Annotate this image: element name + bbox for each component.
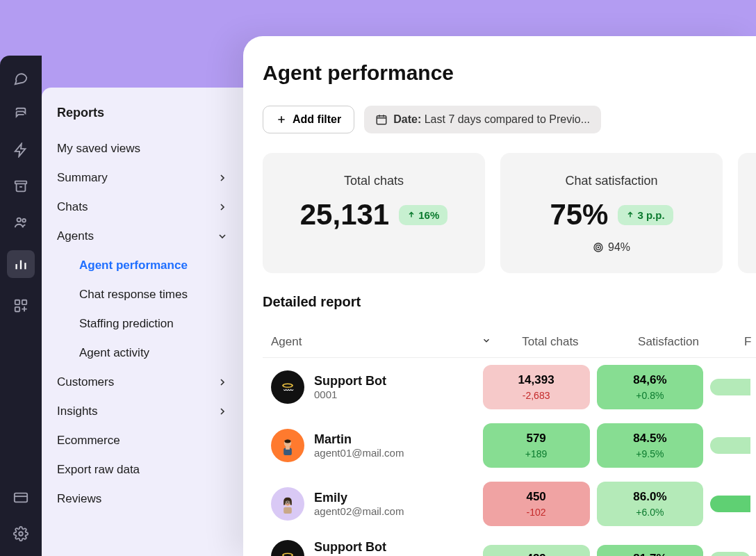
agent-name: Support Bot	[314, 540, 386, 555]
agent-name: Emily	[314, 491, 404, 505]
page-title: Agent performance	[263, 61, 756, 85]
agent-name: Martin	[314, 432, 404, 447]
svg-rect-0	[15, 181, 27, 184]
svg-rect-17	[286, 446, 290, 450]
apps-icon[interactable]	[13, 297, 29, 314]
date-filter-chip[interactable]: Date: Last 7 days compared to Previo...	[364, 106, 601, 133]
target-row: 94%	[514, 241, 709, 254]
sort-indicator[interactable]	[475, 335, 491, 349]
target-icon	[593, 242, 604, 253]
svg-point-13	[284, 384, 292, 387]
card-icon[interactable]	[13, 489, 29, 506]
metric-peek	[710, 437, 750, 454]
sidebar-item-saved-views[interactable]: My saved views	[42, 134, 243, 163]
chevron-down-icon	[482, 336, 491, 345]
svg-rect-3	[15, 300, 19, 304]
agent-cell: Support Bot	[263, 540, 483, 556]
chevron-right-icon	[217, 172, 228, 183]
sidebar-item-summary[interactable]: Summary	[42, 163, 243, 193]
users-icon[interactable]	[13, 214, 29, 231]
col-satisfaction[interactable]: Satisfaction	[609, 335, 728, 349]
delta-pill: 3 p.p.	[618, 205, 673, 225]
bolt-icon[interactable]	[13, 142, 29, 158]
col-agent[interactable]: Agent	[263, 335, 475, 349]
table-row[interactable]: Martinagent01@mail.com579+18984.5%+9.5%	[263, 416, 756, 475]
metric-satisfaction: 86.0%+6.0%	[597, 482, 704, 526]
table-header: Agent Total chats Satisfaction F	[263, 327, 756, 358]
sidebar-title: Reports	[42, 106, 243, 134]
sidebar-item-reviews[interactable]: Reviews	[42, 484, 243, 514]
agent-sub: agent02@mail.com	[314, 505, 404, 517]
svg-rect-8	[377, 116, 386, 124]
metric-peek	[710, 552, 750, 556]
plus-icon	[276, 114, 287, 125]
chevron-down-icon	[217, 231, 228, 242]
chevron-right-icon	[217, 202, 228, 213]
sidebar-item-ecommerce[interactable]: Ecommerce	[42, 426, 243, 455]
main-content: Agent performance Add filter Date: Last …	[243, 36, 756, 556]
sidebar-item-agents[interactable]: Agents	[42, 222, 243, 251]
agent-cell: Emilyagent02@mail.com	[263, 487, 483, 521]
calendar-icon	[375, 113, 388, 126]
archive-icon[interactable]	[13, 178, 29, 195]
sidebar-item-agent-performance[interactable]: Agent performance	[42, 251, 243, 280]
agent-cell: Martinagent01@mail.com	[263, 429, 483, 462]
detailed-report-title: Detailed report	[263, 294, 756, 310]
arrow-up-icon	[626, 211, 634, 219]
stat-value: 75%	[550, 198, 608, 231]
svg-point-11	[598, 247, 598, 247]
add-filter-button[interactable]: Add filter	[263, 106, 354, 133]
agent-sub: 0001	[314, 389, 386, 400]
metric-total-chats: 450-102	[483, 482, 590, 526]
table-row[interactable]: Support Bot42981.7%	[263, 533, 756, 556]
metric-total-chats: 579+189	[483, 423, 590, 468]
chevron-right-icon	[217, 377, 228, 388]
svg-rect-5	[15, 307, 19, 311]
table-row[interactable]: Support Bot000114,393-2,68384,6%+0.8%	[263, 358, 756, 416]
agent-name: Support Bot	[314, 374, 386, 389]
reports-sidebar: Reports My saved views Summary Chats Age…	[42, 88, 243, 556]
sidebar-item-insights[interactable]: Insights	[42, 397, 243, 426]
metric-total-chats: 14,393-2,683	[483, 365, 590, 409]
charts-icon[interactable]	[7, 250, 35, 278]
metric-total-chats: 429	[483, 545, 590, 556]
stat-satisfaction: Chat satisfaction 75% 3 p.p. 94%	[500, 153, 723, 273]
gear-icon[interactable]	[13, 525, 29, 542]
metric-satisfaction: 84,6%+0.8%	[597, 365, 704, 409]
avatar	[271, 429, 304, 462]
chevron-right-icon	[217, 406, 228, 417]
stat-value: 25,131	[300, 198, 389, 231]
col-peek: F	[728, 335, 756, 349]
avatar	[271, 540, 304, 556]
delta-pill: 16%	[399, 205, 447, 225]
metric-satisfaction: 81.7%	[597, 545, 704, 556]
chat-icon[interactable]	[13, 70, 29, 86]
sidebar-item-customers[interactable]: Customers	[42, 368, 243, 397]
nav-rail	[0, 56, 42, 556]
avatar	[271, 487, 304, 521]
svg-rect-4	[22, 300, 26, 304]
svg-rect-6	[15, 493, 27, 502]
table-row[interactable]: Emilyagent02@mail.com450-10286.0%+6.0%	[263, 475, 756, 533]
metric-peek	[710, 379, 750, 395]
conversation-icon[interactable]	[13, 106, 29, 122]
svg-point-2	[22, 219, 26, 222]
arrow-up-icon	[407, 211, 416, 219]
sidebar-item-agent-activity[interactable]: Agent activity	[42, 338, 243, 368]
stat-card-peek	[738, 153, 756, 273]
agent-sub: agent01@mail.com	[314, 447, 404, 459]
agent-cell: Support Bot0001	[263, 370, 483, 404]
metric-peek	[710, 496, 750, 512]
avatar	[271, 370, 304, 404]
sidebar-item-chats[interactable]: Chats	[42, 193, 243, 222]
col-total-chats[interactable]: Total chats	[491, 335, 609, 349]
sidebar-item-export[interactable]: Export raw data	[42, 455, 243, 484]
svg-rect-23	[284, 507, 292, 514]
svg-point-7	[19, 532, 23, 536]
svg-point-1	[17, 218, 22, 222]
stat-total-chats: Total chats 25,131 16%	[263, 153, 485, 273]
stat-cards: Total chats 25,131 16% Chat satisfaction…	[263, 153, 756, 273]
sidebar-item-response-times[interactable]: Chat response times	[42, 280, 243, 309]
metric-satisfaction: 84.5%+9.5%	[597, 423, 704, 468]
sidebar-item-staffing[interactable]: Staffing prediction	[42, 309, 243, 338]
